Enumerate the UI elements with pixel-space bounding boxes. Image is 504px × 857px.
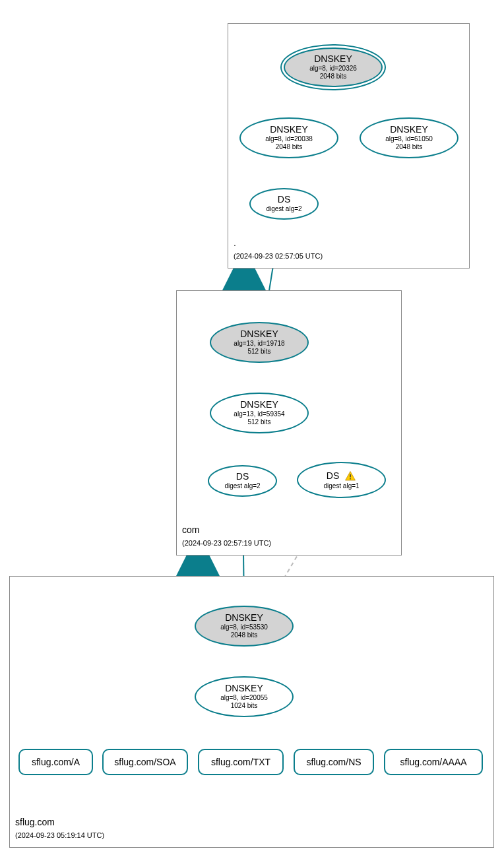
node-sub: alg=8, id=61050 [385, 135, 433, 143]
node-sub: digest alg=1 [323, 482, 359, 490]
node-title: DNSKEY [240, 400, 278, 410]
node-root-zsk2: DNSKEY alg=8, id=61050 2048 bits [360, 117, 458, 158]
rr-soa: sflug.com/SOA [102, 749, 188, 775]
svg-rect-0 [350, 474, 351, 478]
rr-ns: sflug.com/NS [294, 749, 374, 775]
node-com-ksk: DNSKEY alg=13, id=19718 512 bits [210, 322, 309, 363]
zone-leaf-timestamp: (2024-09-23 05:19:14 UTC) [15, 831, 104, 839]
node-sub: alg=13, id=59354 [234, 410, 284, 418]
node-sub: 512 bits [247, 418, 270, 426]
rr-label: sflug.com/A [32, 757, 80, 767]
rr-label: sflug.com/TXT [211, 757, 270, 767]
node-leaf-zsk: DNSKEY alg=8, id=20055 1024 bits [195, 676, 294, 717]
node-title: DNSKEY [240, 329, 278, 339]
node-sub: 2048 bits [231, 631, 258, 639]
node-title: DS [236, 472, 249, 482]
node-title: DS [327, 470, 356, 482]
node-sub: 1024 bits [231, 702, 258, 710]
node-sub: 2048 bits [320, 73, 347, 80]
node-sub: 2048 bits [276, 143, 303, 151]
node-sub: alg=13, id=19718 [234, 340, 284, 348]
rr-label: sflug.com/NS [306, 757, 361, 767]
node-root-zsk1: DNSKEY alg=8, id=20038 2048 bits [239, 117, 338, 158]
node-sub: 2048 bits [396, 143, 423, 151]
node-title: DNSKEY [225, 613, 263, 623]
zone-root-label: . [234, 238, 236, 248]
node-sub: alg=8, id=20326 [309, 65, 357, 73]
node-com-ds2: DS digest alg=2 [208, 465, 277, 497]
node-com-zsk: DNSKEY alg=13, id=59354 512 bits [210, 393, 309, 433]
rr-a: sflug.com/A [18, 749, 93, 775]
node-title: DNSKEY [390, 125, 428, 135]
svg-rect-1 [350, 478, 351, 480]
rr-label: sflug.com/AAAA [400, 757, 466, 767]
node-title: DNSKEY [314, 54, 352, 64]
node-title: DS [278, 195, 290, 205]
rr-aaaa: sflug.com/AAAA [384, 749, 483, 775]
zone-com-label: com [182, 524, 199, 535]
node-sub: alg=8, id=20038 [265, 135, 313, 143]
node-title: DNSKEY [270, 125, 308, 135]
zone-com-timestamp: (2024-09-23 02:57:19 UTC) [182, 539, 271, 547]
ds-title-text: DS [327, 470, 339, 480]
node-sub: digest alg=2 [224, 482, 260, 490]
warning-icon [344, 470, 356, 482]
rr-label: sflug.com/SOA [114, 757, 175, 767]
zone-root-timestamp: (2024-09-23 02:57:05 UTC) [234, 252, 323, 260]
node-com-ds1: DS digest alg=1 [297, 462, 386, 498]
node-leaf-ksk: DNSKEY alg=8, id=53530 2048 bits [195, 606, 294, 647]
node-root-ds: DS digest alg=2 [249, 188, 319, 220]
node-root-ksk: DNSKEY alg=8, id=20326 2048 bits [284, 48, 383, 87]
node-sub: 512 bits [247, 348, 270, 356]
node-sub: digest alg=2 [266, 205, 301, 213]
node-title: DNSKEY [225, 683, 263, 693]
node-sub: alg=8, id=53530 [220, 623, 268, 631]
node-sub: alg=8, id=20055 [220, 694, 268, 702]
zone-leaf-label: sflug.com [15, 817, 55, 827]
rr-txt: sflug.com/TXT [198, 749, 284, 775]
